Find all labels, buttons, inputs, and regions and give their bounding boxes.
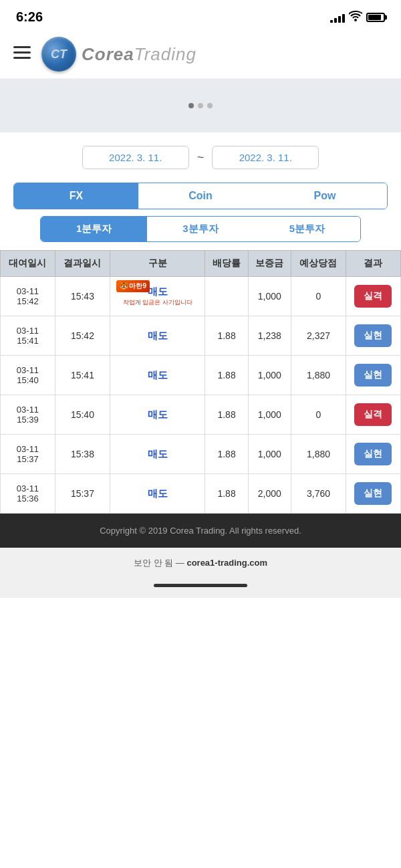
expected: 1,880: [291, 356, 346, 395]
expected: 3,760: [291, 474, 346, 514]
trades-table: 대여일시 결과일시 구분 배당률 보증금 예상당점 결과 03-1115:42 …: [0, 250, 401, 514]
svg-rect-0: [13, 46, 31, 48]
loan-date: 03-1115:40: [1, 356, 55, 395]
menu-icon[interactable]: [13, 46, 31, 62]
deposit: 2,000: [248, 474, 291, 514]
status-icons: [330, 11, 385, 24]
col-expected: 예상당점: [291, 251, 346, 277]
banner-dot-3: [207, 103, 213, 108]
table-container: 대여일시 결과일시 구분 배당률 보증금 예상당점 결과 03-1115:42 …: [0, 250, 401, 514]
date-filter: 2022. 3. 11. ~ 2022. 3. 11.: [0, 132, 401, 176]
domain-label: corea1-trading.com: [186, 558, 267, 568]
tab-1min[interactable]: 1분투자: [41, 217, 147, 241]
col-deposit: 보증금: [248, 251, 291, 277]
sell-label: 매도: [148, 286, 168, 298]
deposit: 1,000: [248, 356, 291, 395]
result-cell: 실현: [346, 435, 400, 474]
trade-type: 매도: [110, 316, 205, 356]
tab-pow[interactable]: Pow: [263, 183, 387, 209]
expected: 0: [291, 277, 346, 316]
logo-container: CT CoreaTrading: [41, 37, 196, 72]
table-row: 03-1115:37 15:38 매도 1.88 1,000 1,880 실현: [1, 435, 401, 474]
trade-type: 매도: [110, 395, 205, 435]
table-row: 03-1115:36 15:37 매도 1.88 2,000 3,760 실현: [1, 474, 401, 514]
table-body: 03-1115:42 15:43 매도 🐯 마한9 작업게 입금은 사기입니다 …: [1, 277, 401, 514]
result-badge: 실격: [354, 403, 392, 426]
tab-fx[interactable]: FX: [14, 183, 138, 209]
result-cell: 실현: [346, 474, 400, 514]
footer-security: 보안 안 됨 — corea1-trading.com: [0, 548, 401, 578]
rate: [205, 277, 248, 316]
rate: 1.88: [205, 356, 248, 395]
copyright-text: Copyright © 2019 Corea Trading. All righ…: [100, 526, 301, 536]
table-header: 대여일시 결과일시 구분 배당률 보증금 예상당점 결과: [1, 251, 401, 277]
deposit: 1,000: [248, 395, 291, 435]
col-rate: 배당률: [205, 251, 248, 277]
invest-tabs: 1분투자 3분투자 5분투자: [40, 216, 361, 242]
end-date-input[interactable]: 2022. 3. 11.: [212, 146, 319, 169]
col-type: 구분: [110, 251, 205, 277]
expected: 0: [291, 395, 346, 435]
expected: 1,880: [291, 435, 346, 474]
footer-copyright: Copyright © 2019 Corea Trading. All righ…: [0, 514, 401, 548]
sell-label: 매도: [148, 448, 168, 461]
wifi-icon: [349, 11, 362, 24]
result-badge: 실현: [354, 443, 392, 465]
tab-3min[interactable]: 3분투자: [147, 217, 253, 241]
result-badge: 실현: [354, 324, 392, 347]
ad-overlay: 매도 🐯 마한9 작업게 입금은 사기입니다: [123, 286, 192, 307]
loan-date: 03-1115:36: [1, 474, 55, 514]
home-indicator: [0, 578, 401, 598]
table-row: 03-1115:40 15:41 매도 1.88 1,000 1,880 실현: [1, 356, 401, 395]
battery-icon: [366, 13, 385, 22]
loan-date: 03-1115:42: [1, 277, 55, 316]
table-row: 03-1115:41 15:42 매도 1.88 1,238 2,327 실현: [1, 316, 401, 356]
svg-rect-1: [13, 51, 31, 53]
col-result-date: 결과일시: [55, 251, 110, 277]
result-cell: 실현: [346, 356, 400, 395]
col-result: 결과: [346, 251, 400, 277]
logo-trading: Trading: [134, 44, 196, 64]
rate: 1.88: [205, 395, 248, 435]
status-bar: 6:26: [0, 0, 401, 30]
result-date: 15:40: [55, 395, 110, 435]
signal-icon: [330, 12, 345, 23]
date-separator: ~: [197, 150, 205, 165]
header: CT CoreaTrading: [0, 30, 401, 79]
result-cell: 실격: [346, 277, 400, 316]
deposit: 1,000: [248, 435, 291, 474]
deposit: 1,238: [248, 316, 291, 356]
banner-dot-1: [188, 103, 194, 108]
rate: 1.88: [205, 316, 248, 356]
result-cell: 실격: [346, 395, 400, 435]
deposit: 1,000: [248, 277, 291, 316]
result-badge: 실격: [354, 285, 392, 308]
result-badge: 실현: [354, 482, 392, 505]
logo-symbol: CT: [41, 37, 76, 72]
loan-date: 03-1115:41: [1, 316, 55, 356]
status-time: 6:26: [16, 9, 43, 25]
type-tabs: FX Coin Pow: [13, 183, 388, 209]
banner-dots: [188, 103, 213, 108]
start-date-input[interactable]: 2022. 3. 11.: [82, 146, 189, 169]
col-loan-date: 대여일시: [1, 251, 55, 277]
trade-type: 매도: [110, 435, 205, 474]
tab-5min[interactable]: 5분투자: [254, 217, 360, 241]
result-date: 15:43: [55, 277, 110, 316]
result-cell: 실현: [346, 316, 400, 356]
sell-label: 매도: [148, 330, 168, 342]
sell-label: 매도: [148, 409, 168, 421]
result-date: 15:41: [55, 356, 110, 395]
rate: 1.88: [205, 435, 248, 474]
ad-banner: 🐯 마한9: [116, 280, 150, 292]
tab-coin[interactable]: Coin: [138, 183, 263, 209]
logo-corea: Corea: [82, 44, 134, 64]
trade-type: 매도 🐯 마한9 작업게 입금은 사기입니다: [110, 277, 205, 316]
result-badge: 실현: [354, 364, 392, 387]
logo-text: CoreaTrading: [82, 44, 196, 65]
ad-sub: 작업게 입금은 사기입니다: [123, 298, 192, 307]
rate: 1.88: [205, 474, 248, 514]
banner-area: [0, 79, 401, 132]
trade-type: 매도: [110, 474, 205, 514]
result-date: 15:37: [55, 474, 110, 514]
